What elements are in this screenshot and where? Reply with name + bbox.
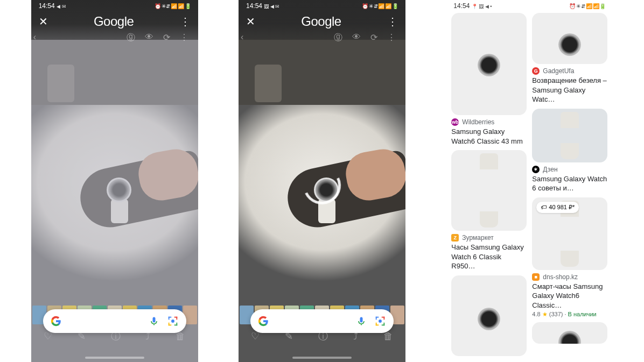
status-left-icons: 🖼 ◀ ✉ — [264, 4, 279, 9]
google-g-icon — [51, 316, 61, 326]
translate-mode-icon[interactable]: ⓖ — [127, 32, 135, 44]
search-pill[interactable] — [43, 309, 186, 333]
result-source-row: Z Зурмаркет — [451, 234, 527, 242]
result-source-row: ✶ Дзен — [532, 166, 607, 173]
status-bar: 14:54 🖼 ◀ ✉ ⏰ ✳ ⇵ 📶 📶 🔋 — [239, 0, 405, 12]
result-image — [451, 150, 527, 231]
mode-more-icon[interactable]: ⋮ — [180, 32, 188, 44]
status-right-icons: ⏰ ✳ ⇵ 📶 📶 🔋 — [362, 3, 398, 9]
result-source: Дзен — [543, 166, 557, 173]
result-source-row: ■ dns-shop.kz — [532, 273, 607, 281]
result-image — [532, 109, 607, 162]
result-title: Возвращение безеля – Samsung Galaxy Watc… — [532, 76, 607, 104]
nav-handle[interactable] — [85, 357, 144, 359]
translate-mode-icon[interactable]: ⓖ — [334, 32, 342, 44]
result-card[interactable]: 🏷 40 981 ₽* ■ dns-shop.kz Смарт-часы Sam… — [532, 197, 607, 318]
status-left-icons: 📍 🖼 ◀ • — [472, 4, 492, 9]
result-title: Samsung Galaxy Watch 6 советы и… — [532, 174, 607, 193]
search-mode-icon[interactable]: ⟳ — [163, 32, 170, 44]
search-mode-icon[interactable]: ⟳ — [370, 32, 377, 44]
screen-lens-dimmed: 14:54 ◀ ✉ ⏰ ✳ ⇵ 📶 📶 🔋 ✕ Google ⋮ ‹ ⓖ 👁 ⟳… — [31, 0, 198, 362]
result-source-row: wb Wildberries — [451, 118, 527, 126]
result-stock: В наличии — [568, 311, 597, 317]
result-source: GadgetUfa — [543, 67, 574, 75]
close-icon[interactable]: ✕ — [39, 15, 48, 28]
result-card[interactable] — [451, 275, 527, 356]
price-value: 40 981 ₽* — [549, 204, 575, 211]
status-right-icons: ⏰ ✳ ⇵ 📶 📶 🔋 — [155, 3, 191, 9]
close-icon[interactable]: ✕ — [246, 15, 255, 28]
result-source: Wildberries — [462, 118, 494, 126]
result-image — [532, 13, 607, 64]
source-badge-icon: ■ — [532, 273, 540, 281]
screen-lens-loading: 14:54 🖼 ◀ ✉ ⏰ ✳ ⇵ 📶 📶 🔋 ✕ Google ⋮ ‹ ⓖ 👁… — [239, 0, 405, 362]
mode-more-icon[interactable]: ⋮ — [387, 32, 396, 44]
status-bar: 14:54 📍 🖼 ◀ • ⏰ ✳ ⇵ 📶 📶 🔋 — [446, 0, 613, 12]
result-image — [532, 322, 607, 344]
lens-mode-row: ‹ ⓖ 👁 ⟳ ⋮ — [239, 29, 405, 44]
result-card[interactable]: wb Wildberries Samsung Galaxy Watch6 Cla… — [451, 13, 527, 146]
status-bar: 14:54 ◀ ✉ ⏰ ✳ ⇵ 📶 📶 🔋 — [31, 0, 198, 12]
result-image: 🏷 40 981 ₽* — [532, 197, 607, 270]
lens-mode-row: ‹ ⓖ 👁 ⟳ ⋮ — [31, 29, 198, 44]
google-g-icon — [258, 316, 269, 326]
tag-icon: 🏷 — [541, 204, 547, 210]
result-source-row: G GadgetUfa — [532, 67, 607, 75]
result-image — [451, 13, 527, 115]
status-time: 14:54 — [246, 2, 262, 10]
source-badge-icon: wb — [451, 118, 459, 126]
result-card[interactable]: ✶ Дзен Samsung Galaxy Watch 6 советы и… — [532, 109, 607, 193]
svg-rect-7 — [176, 323, 177, 326]
google-logo: Google — [301, 14, 341, 29]
lens-icon[interactable] — [374, 315, 386, 327]
results-col-left: wb Wildberries Samsung Galaxy Watch6 Cla… — [451, 13, 527, 362]
svg-rect-12 — [383, 317, 384, 320]
results-grid[interactable]: wb Wildberries Samsung Galaxy Watch6 Cla… — [446, 13, 613, 362]
source-badge-icon: Z — [451, 234, 459, 242]
text-mode-icon[interactable]: 👁 — [352, 32, 361, 44]
google-logo: Google — [94, 14, 134, 29]
result-title: Samsung Galaxy Watch6 Classic 43 mm — [451, 127, 527, 146]
result-card[interactable]: G GadgetUfa Возвращение безеля – Samsung… — [532, 13, 607, 104]
status-time: 14:54 — [453, 2, 470, 10]
svg-rect-14 — [376, 323, 377, 326]
search-pill[interactable] — [250, 309, 394, 333]
status-left-icons: ◀ ✉ — [57, 4, 66, 9]
back-chevron-icon[interactable]: ‹ — [241, 32, 243, 44]
text-mode-icon[interactable]: 👁 — [145, 32, 153, 44]
svg-point-8 — [171, 320, 174, 323]
svg-rect-16 — [383, 323, 384, 326]
svg-rect-1 — [168, 317, 169, 320]
svg-rect-3 — [176, 317, 177, 320]
result-image — [451, 275, 527, 356]
status-time: 14:54 — [39, 2, 55, 10]
mic-icon[interactable] — [149, 316, 159, 326]
result-meta: 4.8 ★ (337) · В наличии — [532, 311, 607, 318]
price-chip: 🏷 40 981 ₽* — [536, 202, 579, 213]
svg-rect-5 — [168, 323, 169, 326]
result-title: Часы Samsung Galaxy Watch 6 Classik R950… — [451, 243, 527, 271]
result-source: Зурмаркет — [462, 234, 494, 242]
status-right-icons: ⏰ ✳ ⇵ 📶 📶 🔋 — [569, 3, 605, 9]
screen-results: 14:54 📍 🖼 ◀ • ⏰ ✳ ⇵ 📶 📶 🔋 wb Wildberries… — [446, 0, 613, 362]
nav-handle[interactable] — [292, 357, 352, 359]
more-icon[interactable]: ⋮ — [180, 15, 191, 28]
mic-icon[interactable] — [356, 316, 367, 326]
source-badge-icon: ✶ — [532, 166, 540, 173]
result-rating: 4.8 — [532, 311, 540, 317]
result-source: dns-shop.kz — [543, 273, 578, 281]
result-title: Смарт-часы Samsung Galaxy Watch6 Classic… — [532, 282, 607, 310]
star-icon: ★ — [542, 311, 548, 317]
more-icon[interactable]: ⋮ — [387, 15, 398, 28]
back-chevron-icon[interactable]: ‹ — [33, 32, 36, 44]
result-card[interactable] — [532, 322, 607, 344]
svg-point-17 — [379, 320, 382, 323]
results-col-right: G GadgetUfa Возвращение безеля – Samsung… — [532, 13, 607, 362]
svg-rect-10 — [376, 317, 377, 320]
lens-icon[interactable] — [167, 315, 179, 327]
result-card[interactable]: Z Зурмаркет Часы Samsung Galaxy Watch 6 … — [451, 150, 527, 271]
source-badge-icon: G — [532, 67, 540, 75]
result-reviews: (337) — [549, 311, 563, 317]
